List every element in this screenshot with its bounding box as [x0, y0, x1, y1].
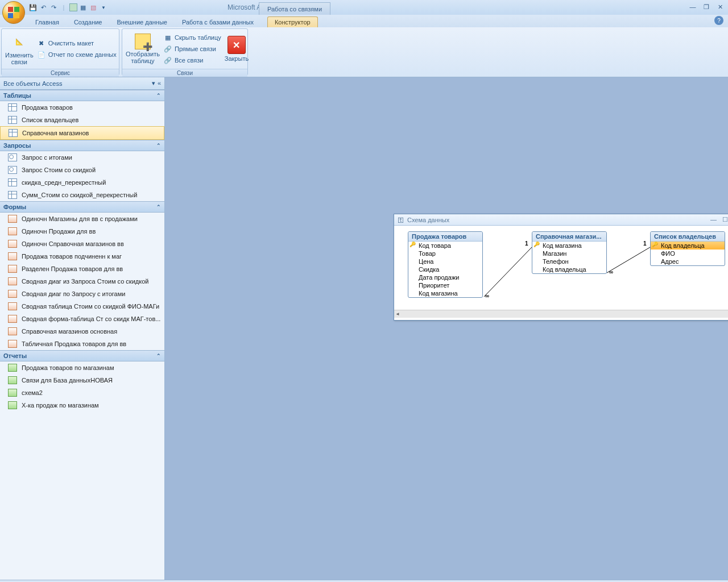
crosstab-icon: [8, 178, 17, 186]
nav-item-form[interactable]: Сводная диаг из Запроса Стоим со скидкой: [0, 275, 164, 288]
svg-line-1: [607, 247, 650, 273]
form-icon: [8, 290, 17, 298]
form-icon: [8, 277, 17, 285]
nav-item-form[interactable]: Сводная форма-таблица Ст со скидк МАГ-то…: [0, 313, 164, 325]
nav-item-report[interactable]: Х-ка продаж по магазинам: [0, 399, 164, 411]
nav-item-form[interactable]: Одиночн Справочная магазинов вв: [0, 238, 164, 250]
form-icon: [8, 215, 17, 223]
show-table-icon: ➕: [135, 34, 151, 49]
redo-icon[interactable]: ↷: [49, 3, 58, 12]
all-links-button[interactable]: 🔗Все связи: [162, 55, 222, 65]
nav-category-forms[interactable]: Формы⌃: [0, 201, 164, 213]
nav-item-form[interactable]: Справочная магазинов основная: [0, 325, 164, 338]
nav-item-form[interactable]: Табличная Продажа товаров для вв: [0, 338, 164, 350]
form-icon: [8, 240, 17, 248]
qat-button[interactable]: [69, 3, 77, 11]
group-label-links: Связи: [122, 69, 247, 77]
nav-item-form[interactable]: Продажа товаров подчиненн к маг: [0, 250, 164, 263]
nav-item-query[interactable]: Запрос с итогами: [0, 151, 164, 164]
report-icon: [8, 389, 17, 397]
save-icon[interactable]: 💾: [28, 3, 38, 12]
nav-item-form[interactable]: Сводная таблица Стоим со скидкой ФИО-МАГ…: [0, 300, 164, 313]
qat-button[interactable]: ▧: [89, 3, 98, 12]
nav-category-tables[interactable]: Таблицы⌃: [0, 90, 164, 101]
minimize-icon[interactable]: —: [710, 216, 717, 223]
office-button[interactable]: [2, 1, 25, 24]
nav-item-report[interactable]: Продажа товаров по магазинам: [0, 361, 164, 374]
window-title: Схема данных: [407, 217, 449, 223]
edit-rel-icon: 📐: [10, 32, 28, 51]
all-links-icon: 🔗: [163, 56, 172, 65]
nav-item-query[interactable]: скидка_средн_перекрестный: [0, 176, 164, 189]
nav-item-form[interactable]: Одиночн Магазины для вв с продажами: [0, 213, 164, 225]
close-icon[interactable]: ✕: [715, 2, 725, 11]
crosstab-icon: [8, 191, 17, 199]
close-x-icon: ✕: [228, 36, 246, 54]
cardinality-one: 1: [525, 240, 528, 247]
nav-item-report[interactable]: Связи для База данныхНОВАЯ: [0, 374, 164, 386]
chevron-up-icon: ⌃: [156, 93, 161, 98]
nav-category-queries[interactable]: Запросы⌃: [0, 140, 164, 151]
tab-create[interactable]: Создание: [67, 17, 109, 27]
query-icon: [8, 166, 17, 174]
restore-icon[interactable]: ❐: [702, 2, 711, 11]
nav-category-reports[interactable]: Отчеты⌃: [0, 350, 164, 361]
direct-links-button[interactable]: 🔗Прямые связи: [162, 44, 222, 54]
form-icon: [8, 252, 17, 260]
table-box[interactable]: Справочная магази... Код магазина Магази…: [532, 231, 607, 274]
maximize-icon[interactable]: ☐: [722, 216, 728, 223]
qat-button[interactable]: ▦: [78, 3, 88, 12]
clear-icon: ✖: [37, 39, 46, 48]
horizontal-scrollbar[interactable]: [394, 310, 728, 318]
cardinality-many: ∞: [609, 269, 613, 275]
hide-table-button[interactable]: ▦Скрыть таблицу: [162, 32, 222, 43]
qat-more-icon[interactable]: ▼: [99, 3, 108, 12]
svg-line-0: [484, 247, 532, 297]
tab-dbtools[interactable]: Работа с базами данных: [175, 17, 260, 27]
nav-header[interactable]: Все объекты Access ▾«: [0, 77, 164, 90]
nav-item-report[interactable]: схема2: [0, 386, 164, 399]
form-icon: [8, 327, 17, 335]
show-table-button[interactable]: ➕ Отобразить таблицу: [126, 30, 160, 68]
schema-icon: ⚿: [398, 217, 404, 223]
nav-item-table[interactable]: Список владельцев: [0, 114, 164, 126]
tab-design[interactable]: Конструктор: [267, 16, 318, 27]
nav-item-query[interactable]: Запрос Стоим со скидкой: [0, 164, 164, 176]
context-tab-title: Работа со связями: [259, 2, 330, 15]
form-icon: [8, 227, 17, 235]
chevron-up-icon: ⌃: [156, 143, 161, 148]
direct-icon: 🔗: [163, 44, 172, 53]
report-icon: [8, 401, 17, 409]
undo-icon[interactable]: ↶: [39, 3, 48, 12]
close-button[interactable]: ✕ Закрыть: [225, 30, 249, 68]
workspace: ⚿ Схема данных — ☐ ✕ 1 ∞ 1 ∞ Продажа то: [165, 77, 728, 580]
collapse-icon[interactable]: «: [158, 80, 161, 87]
group-label-service: Сервис: [2, 69, 119, 77]
report-icon: [8, 364, 17, 372]
nav-item-form[interactable]: Сводная диаг по Запросу с итогами: [0, 288, 164, 300]
minimize-icon[interactable]: —: [688, 2, 697, 11]
nav-item-table[interactable]: Продажа товаров: [0, 101, 164, 114]
report-icon: 📄: [37, 50, 46, 59]
table-icon: [8, 103, 17, 111]
nav-item-form[interactable]: Одиночн Продажи для вв: [0, 225, 164, 238]
clear-layout-button[interactable]: ✖Очистить макет: [36, 38, 118, 48]
cardinality-many: ∞: [485, 293, 489, 299]
help-icon[interactable]: ?: [714, 16, 723, 25]
query-icon: [8, 153, 17, 161]
form-icon: [8, 340, 17, 348]
relationships-window[interactable]: ⚿ Схема данных — ☐ ✕ 1 ∞ 1 ∞ Продажа то: [394, 214, 728, 321]
edit-relationships-button[interactable]: 📐 Изменить связи: [5, 30, 34, 68]
nav-item-form[interactable]: Разделен Продажа товаров для вв: [0, 263, 164, 275]
nav-item-query[interactable]: Сумм_Стоим со скидкой_перекрестный: [0, 189, 164, 201]
nav-item-table[interactable]: Справочная магазинов: [0, 126, 164, 140]
table-icon: [9, 129, 18, 137]
relationship-report-button[interactable]: 📄Отчет по схеме данных: [36, 49, 118, 60]
table-box[interactable]: Список владельцев Код владельца ФИО Адре…: [650, 231, 725, 266]
qat-sep: |: [59, 3, 68, 12]
tab-external[interactable]: Внешние данные: [110, 17, 174, 27]
tab-home[interactable]: Главная: [28, 17, 66, 27]
table-box[interactable]: Продажа товаров Код товара Товар Цена Ск…: [408, 231, 483, 298]
navigation-pane: Все объекты Access ▾« Таблицы⌃ Продажа т…: [0, 77, 165, 580]
dropdown-icon[interactable]: ▾: [152, 80, 155, 87]
